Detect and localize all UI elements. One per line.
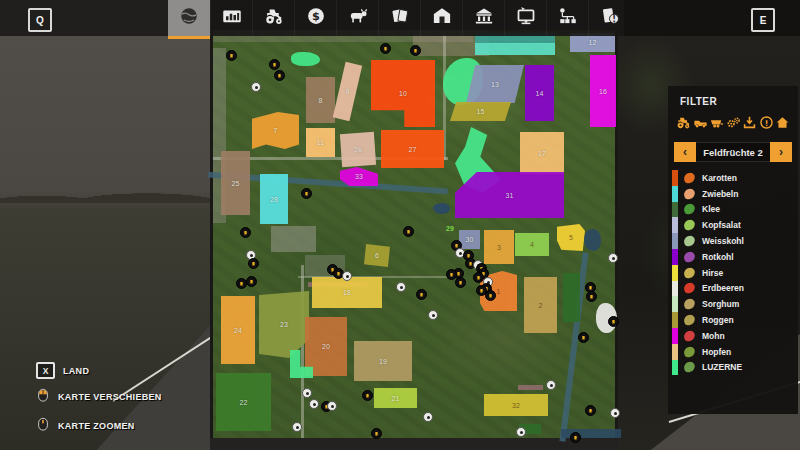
field-25[interactable]: 25 [221, 151, 250, 215]
crop-row-weisskohl[interactable]: Weisskohl [668, 233, 798, 249]
field-8[interactable]: 8 [306, 77, 335, 123]
farm-map[interactable]: 1289107112627332528131514161731618232420… [210, 30, 618, 438]
map-poi-icon[interactable] [380, 43, 391, 54]
field-16[interactable]: 16 [590, 55, 616, 127]
field-27[interactable]: 27 [381, 130, 444, 168]
tab-statistics[interactable] [210, 0, 252, 36]
map-marker-icon[interactable] [302, 388, 312, 398]
map-poi-icon[interactable] [485, 290, 496, 301]
field-31[interactable]: 31 [455, 172, 564, 218]
field-32[interactable]: 32 [484, 394, 548, 416]
field-5[interactable]: 5 [557, 224, 585, 251]
map-poi-icon[interactable] [410, 45, 421, 56]
map-marker-icon[interactable] [292, 422, 302, 432]
field-7[interactable]: 7 [252, 112, 299, 149]
monitor-icon [516, 6, 536, 30]
crop-row-klee[interactable]: Klee [668, 202, 798, 218]
map-poi-icon[interactable] [269, 59, 280, 70]
map-marker-icon[interactable] [251, 82, 261, 92]
map-marker-icon[interactable] [608, 253, 618, 263]
map-poi-icon[interactable] [455, 277, 466, 288]
crop-row-rotkohl[interactable]: Rotkohl [668, 249, 798, 265]
map-marker-icon[interactable] [423, 412, 433, 422]
field-10[interactable]: 10 [371, 60, 435, 127]
map-poi-icon[interactable] [246, 276, 257, 287]
crop-row-hopfen[interactable]: Hopfen [668, 344, 798, 360]
tab-finances[interactable]: $ [294, 0, 336, 36]
map-poi-icon[interactable] [362, 390, 373, 401]
crop-row-luzerne[interactable]: LUZERNE [668, 360, 798, 376]
field-17[interactable]: 17 [520, 132, 564, 174]
field-11[interactable]: 11 [306, 128, 335, 157]
map-poi-icon[interactable] [371, 428, 382, 439]
map-marker-icon[interactable] [327, 401, 337, 411]
gears-icon[interactable] [726, 115, 741, 134]
tab-buildings[interactable] [462, 0, 504, 36]
crop-icon [683, 172, 696, 184]
alert-icon[interactable]: ! [759, 115, 774, 134]
field-22[interactable]: 22 [216, 373, 271, 431]
crop-row-karotten[interactable]: Karotten [668, 170, 798, 186]
field-15[interactable]: 15 [450, 102, 511, 121]
tractor-icon[interactable] [676, 115, 691, 134]
download-icon[interactable] [742, 115, 757, 134]
tab-farm[interactable] [420, 0, 462, 36]
field-26[interactable]: 26 [340, 132, 376, 167]
tab-production[interactable] [546, 0, 588, 36]
map-poi-icon[interactable] [608, 316, 619, 327]
tab-shop[interactable] [504, 0, 546, 36]
crop-row-zwiebeln[interactable]: Zwiebeln [668, 186, 798, 202]
tab-contracts[interactable] [378, 0, 420, 36]
trailer-icon[interactable] [709, 115, 724, 134]
map-poi-icon[interactable] [274, 70, 285, 81]
field-24[interactable]: 24 [221, 296, 255, 364]
prev-page-button[interactable]: ‹ [674, 142, 696, 162]
field-9[interactable]: 9 [333, 62, 362, 121]
field-3[interactable]: 3 [484, 230, 514, 264]
tab-vehicles[interactable] [252, 0, 294, 36]
next-page-button[interactable]: › [770, 142, 792, 162]
crop-row-sorghum[interactable]: Sorghum [668, 296, 798, 312]
crop-row-kopfsalat[interactable]: Kopfsalat [668, 217, 798, 233]
field-number: 15 [477, 108, 485, 115]
map-marker-icon[interactable] [516, 427, 526, 437]
field-18[interactable]: 18 [312, 277, 382, 308]
field-19[interactable]: 19 [354, 341, 412, 381]
house-icon[interactable] [775, 115, 790, 134]
map-poi-icon[interactable] [578, 332, 589, 343]
map-marker-icon[interactable] [342, 271, 352, 281]
map-marker-icon[interactable] [309, 399, 319, 409]
map-poi-icon[interactable] [416, 289, 427, 300]
field-33[interactable]: 33 [340, 167, 378, 186]
crop-row-roggen[interactable]: Roggen [668, 312, 798, 328]
field-28[interactable]: 28 [260, 174, 288, 224]
field-6[interactable]: 6 [364, 244, 390, 267]
tab-prices[interactable]: ! [588, 0, 630, 36]
map-marker-icon[interactable] [546, 380, 556, 390]
map-poi-icon[interactable] [570, 432, 581, 443]
map-poi-icon[interactable] [248, 258, 259, 269]
map-marker-icon[interactable] [610, 408, 620, 418]
map-poi-icon[interactable] [585, 405, 596, 416]
field-21[interactable]: 21 [374, 388, 417, 408]
tab-animals[interactable] [336, 0, 378, 36]
field-14[interactable]: 14 [525, 65, 554, 121]
map-marker-icon[interactable] [396, 282, 406, 292]
map-poi-icon[interactable] [240, 227, 251, 238]
truck-icon[interactable] [693, 115, 708, 134]
field-2[interactable]: 2 [524, 277, 557, 333]
field-4[interactable]: 4 [515, 233, 549, 256]
map-poi-icon[interactable] [301, 188, 312, 199]
crop-row-mohn[interactable]: Mohn [668, 328, 798, 344]
map-poi-icon[interactable] [403, 226, 414, 237]
key-hint-q: Q [28, 8, 52, 32]
map-marker-icon[interactable] [428, 310, 438, 320]
map-poi-icon[interactable] [586, 291, 597, 302]
crop-row-hirse[interactable]: Hirse [668, 265, 798, 281]
tab-map[interactable] [168, 0, 210, 36]
crop-row-erdbeeren[interactable]: Erdbeeren [668, 281, 798, 297]
map-poi-icon[interactable] [226, 50, 237, 61]
field-patch [291, 52, 320, 66]
field-30[interactable]: 30 [459, 230, 480, 249]
field-13[interactable]: 13 [466, 65, 524, 103]
